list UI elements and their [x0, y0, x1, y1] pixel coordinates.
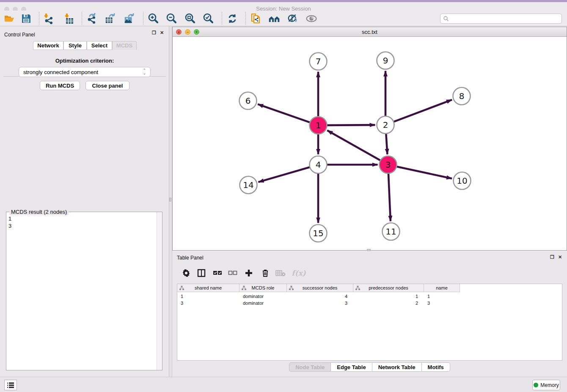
table-panel: Table Panel ❐ ✕ f(x) shared nameMCDS rol… [172, 251, 567, 377]
float-panel-icon[interactable]: ❐ [152, 30, 156, 36]
edge-1-2[interactable] [326, 125, 375, 125]
zoom-in-icon[interactable] [147, 13, 159, 25]
column-header-name[interactable]: name [424, 284, 460, 292]
table-cell[interactable]: 4 [287, 293, 353, 300]
tab-mcds[interactable]: MCDS [112, 41, 137, 50]
toolbar-separator [82, 12, 82, 25]
main-toolbar [0, 11, 567, 26]
column-header-label: MCDS role [252, 285, 275, 290]
mcds-result-content[interactable]: 1 3 [8, 215, 152, 229]
memory-status-icon [534, 383, 538, 387]
close-panel-icon[interactable]: ✕ [160, 30, 164, 36]
edge-3-10[interactable] [396, 166, 452, 179]
tab-select[interactable]: Select [87, 41, 112, 50]
search-input[interactable] [449, 16, 561, 22]
status-bar: Memory [0, 377, 567, 392]
node-label-6: 6 [245, 96, 251, 106]
zoom-fit-icon[interactable] [184, 13, 196, 25]
column-header-label: shared name [195, 285, 222, 290]
network-graph: 7968124314101511 [173, 37, 567, 250]
table-cell[interactable]: 1 [177, 293, 239, 300]
deselect-all-icon[interactable] [227, 268, 238, 279]
delete-column-icon[interactable] [260, 268, 271, 279]
float-table-panel-icon[interactable]: ❐ [550, 254, 554, 260]
list-icon [7, 382, 14, 388]
import-network-icon[interactable] [43, 13, 55, 25]
table-cell[interactable]: dominator [239, 293, 287, 300]
network-canvas[interactable]: 7968124314101511 [173, 37, 567, 250]
edge-2-8[interactable] [393, 100, 452, 122]
memory-button[interactable]: Memory [532, 380, 560, 390]
tab-network[interactable]: Network [33, 41, 63, 50]
column-header-successor-nodes[interactable]: successor nodes [287, 284, 353, 292]
table-cell[interactable]: 1 [353, 293, 424, 300]
export-network-icon[interactable] [86, 13, 98, 25]
network-window: x − + scc.txt 7968124314101511 [172, 27, 567, 251]
mcds-result-box [6, 212, 162, 370]
table-row[interactable]: 3dominator323 [177, 300, 460, 306]
edge-4-14[interactable] [259, 167, 311, 182]
column-visibility-icon[interactable] [196, 268, 207, 279]
birdseye-icon[interactable] [306, 13, 317, 25]
table-cell[interactable]: 2 [353, 300, 424, 306]
delete-table-icon[interactable] [275, 268, 286, 279]
node-label-9: 9 [383, 55, 388, 66]
column-type-icon [179, 286, 184, 290]
splitter-grip[interactable] [169, 198, 171, 202]
result-scrollbar[interactable] [157, 212, 162, 370]
table-header-row: shared nameMCDS rolesuccessor nodesprede… [177, 284, 460, 292]
tab-network-table[interactable]: Network Table [372, 362, 422, 372]
tab-edge-table[interactable]: Edge Table [331, 362, 372, 372]
node-table: shared nameMCDS rolesuccessor nodesprede… [177, 284, 562, 361]
add-column-icon[interactable] [243, 268, 254, 279]
control-panel-title: Control Panel [4, 32, 35, 38]
duplicate-network-icon[interactable] [250, 13, 261, 25]
search-field[interactable] [440, 14, 562, 24]
export-image-icon[interactable] [123, 13, 135, 25]
zoom-selected-icon[interactable] [202, 13, 214, 25]
tab-node-table[interactable]: Node Table [289, 362, 331, 372]
edge-1-6[interactable] [258, 104, 311, 123]
control-panel: Control Panel ❐ ✕ Network Style Select M… [0, 26, 169, 377]
table-cell[interactable]: 3 [177, 300, 239, 306]
table-cell[interactable]: 3 [287, 300, 353, 306]
table-cell[interactable]: dominator [239, 300, 287, 306]
panel-splitter[interactable] [169, 26, 172, 377]
function-builder-icon[interactable]: f(x) [291, 268, 307, 279]
edge-3-1[interactable] [327, 130, 381, 161]
edge-3-11[interactable] [388, 172, 391, 221]
open-session-icon[interactable] [3, 13, 15, 25]
close-table-panel-icon[interactable]: ✕ [558, 254, 562, 260]
refresh-layout-icon[interactable] [226, 13, 238, 25]
node-label-4: 4 [316, 160, 321, 170]
zoom-out-icon[interactable] [165, 13, 177, 25]
table-cell[interactable]: 1 [424, 293, 460, 300]
select-stepper-icon: ⌃⌄ [143, 69, 146, 75]
node-label-8: 8 [459, 91, 465, 101]
table-row[interactable]: 1dominator411 [177, 293, 460, 300]
table-settings-icon[interactable] [181, 268, 192, 279]
select-all-icon[interactable] [212, 268, 223, 279]
tab-motifs[interactable]: Motifs [422, 362, 450, 372]
hide-labels-icon[interactable] [287, 13, 299, 25]
network-splitter-grip[interactable] [367, 249, 371, 251]
table-cell[interactable]: 3 [424, 300, 460, 306]
tab-style[interactable]: Style [63, 41, 87, 50]
first-neighbors-icon[interactable] [268, 13, 280, 25]
close-panel-button[interactable]: Close panel [85, 81, 129, 90]
export-table-icon[interactable] [104, 13, 116, 25]
column-header-shared-name[interactable]: shared name [177, 284, 239, 292]
import-table-icon[interactable] [63, 13, 75, 25]
toolbar-separator [222, 12, 222, 25]
column-type-icon [355, 286, 360, 290]
run-mcds-button[interactable]: Run MCDS [40, 81, 80, 90]
toolbar-separator [245, 12, 246, 25]
column-header-MCDS-role[interactable]: MCDS role [239, 284, 287, 292]
edge-2-3[interactable] [386, 133, 387, 154]
column-header-predecessor-nodes[interactable]: predecessor nodes [353, 284, 424, 292]
task-history-button[interactable] [4, 380, 17, 390]
optimization-criterion-select[interactable]: strongly connected component ⌃⌄ [19, 67, 151, 77]
save-session-icon[interactable] [20, 13, 32, 25]
table-tabs: Node Table Edge Table Network Table Moti… [172, 362, 567, 373]
toolbar-separator [143, 12, 143, 25]
